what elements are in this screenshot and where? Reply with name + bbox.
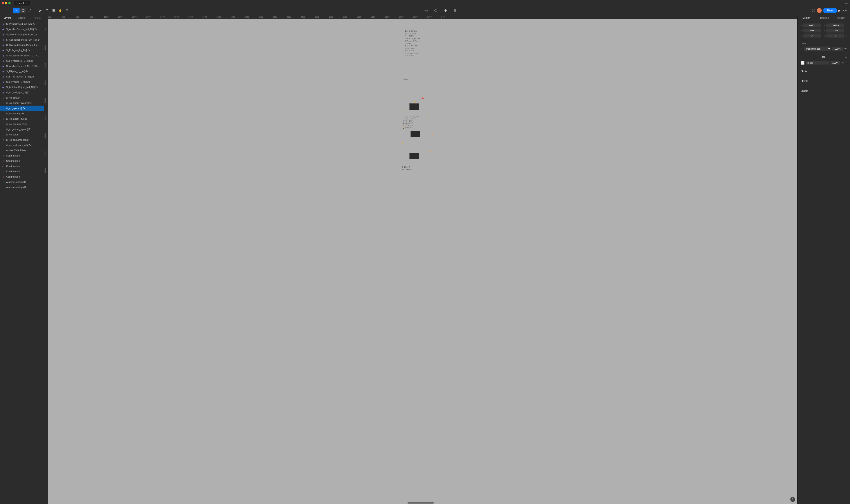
layer-item[interactable]: □windows-dialog-02 xyxy=(0,185,44,190)
rotation-input[interactable] xyxy=(803,34,821,38)
layer-item[interactable]: □Adobe SVG Filters xyxy=(0,148,44,153)
layer-item[interactable]: ◈Cur_PreciseNo_9_9@2x xyxy=(0,58,44,64)
toolbar-center xyxy=(71,8,810,13)
layer-item[interactable]: □al_cc_about xyxy=(0,132,44,137)
pen-tool-button[interactable] xyxy=(37,8,43,13)
tab-design[interactable]: Design xyxy=(798,15,815,21)
opacity-input[interactable] xyxy=(832,47,843,51)
text-tool-button[interactable]: T xyxy=(44,8,50,13)
tab-prototype[interactable]: Prototype xyxy=(815,15,833,21)
fill-color-swatch[interactable] xyxy=(801,61,804,65)
fill-add-button[interactable]: + xyxy=(845,56,847,59)
layer-item[interactable]: □al_cc_splash@3to2x xyxy=(0,137,44,142)
ruler-toggle-button[interactable] xyxy=(423,8,429,13)
stroke-title: Stroke xyxy=(801,70,808,72)
layer-item[interactable]: ◈S_Polygon_Lg_N@2x xyxy=(0,48,44,53)
minimize-button[interactable] xyxy=(5,2,7,4)
visibility-toggle[interactable]: 👁 xyxy=(844,47,847,50)
layer-item[interactable]: ◇Confirmation xyxy=(0,158,44,164)
hand-tool-button[interactable]: ✋ xyxy=(57,8,63,13)
ruler-tick: 2000 xyxy=(245,16,249,18)
h-label: H xyxy=(824,30,826,32)
layer-item[interactable]: ◈S_IsolationObject_Md_N@2x xyxy=(0,85,44,90)
component-library-button[interactable] xyxy=(433,8,439,13)
layer-item[interactable]: ◈Cur_Precise_9_9@2x xyxy=(0,79,44,85)
component-tool-button[interactable] xyxy=(51,8,57,13)
clip-button[interactable] xyxy=(452,8,458,13)
fill-visibility[interactable]: 👁 xyxy=(842,61,844,64)
layer-item[interactable]: □al_cc_about_tryout xyxy=(0,116,44,121)
stroke-section-header: Stroke + xyxy=(801,69,847,73)
ruler-vtick: 20500 xyxy=(44,133,46,138)
layer-type-icon: ◈ xyxy=(2,49,5,52)
layer-item[interactable]: ◈S_PNbackward_Xs_N@2x xyxy=(0,21,44,26)
layer-item[interactable]: □al_cc_about_tryout@2x xyxy=(0,100,44,106)
ruler-tick: 1000 xyxy=(104,16,108,18)
canvas-content[interactable]: ☰ ↺ ⊕ ⊞ AB... 246 ≈ h ∑ ⊡ a M ↔ ⊠ ⊞ ◯ ⊡ … xyxy=(48,19,797,504)
maximize-button[interactable] xyxy=(8,2,11,4)
home-button[interactable]: ⌂ xyxy=(3,8,9,13)
effects-add-button[interactable]: + xyxy=(845,79,847,83)
expand-button[interactable]: ⤢ xyxy=(845,34,847,37)
fill-drag-handle[interactable]: ⠿ xyxy=(801,56,802,59)
toolbar: ⌂ T ✋ xyxy=(0,6,850,15)
layer-item[interactable]: ◈S_Ellipse_Lg_N@2x xyxy=(0,69,44,74)
help-button[interactable]: ? xyxy=(790,497,795,502)
layer-item[interactable]: □al_cc_splash xyxy=(0,95,44,100)
share-button[interactable]: Share xyxy=(824,8,837,13)
layer-type-icon: ◈ xyxy=(2,28,5,31)
comment-tool-button[interactable] xyxy=(64,8,70,13)
scale-tool-button[interactable] xyxy=(26,8,33,13)
layer-item[interactable]: ◈S_AnchorConnect_Md_N@2x xyxy=(0,64,44,69)
layer-item[interactable]: ◈S_StackedColumnGraph_Lg_N@2x xyxy=(0,42,44,48)
canvas-area[interactable]: 6007008009001000110012001300140015001600… xyxy=(44,15,797,504)
layer-item[interactable]: □al_cc_about@3to2x xyxy=(0,121,44,127)
layer-item[interactable]: □al_cc_splash@2x xyxy=(0,106,44,111)
tool-group-draw: T ✋ xyxy=(37,8,70,13)
layer-item[interactable]: □windows-dialog-04 xyxy=(0,179,44,185)
ruler-vtick: 19700 xyxy=(44,63,46,68)
tab-inspect[interactable]: Inspect xyxy=(832,15,850,21)
y-input[interactable] xyxy=(826,23,844,28)
fill-opacity-input[interactable] xyxy=(830,61,840,65)
tab-assets[interactable]: Assets xyxy=(15,15,29,21)
export-add-button[interactable]: + xyxy=(845,89,847,93)
ruler-tick: 2700 xyxy=(343,16,347,18)
move-tool-button[interactable] xyxy=(13,8,20,13)
new-tab-button[interactable]: + xyxy=(30,1,34,5)
layer-item[interactable]: □al_cc_about@2x xyxy=(0,111,44,116)
layer-item[interactable]: □al_cc_about_tryout@2x xyxy=(0,127,44,132)
frame-tool-button[interactable] xyxy=(20,8,26,13)
play-button[interactable]: ▶ xyxy=(838,9,841,12)
layer-item[interactable]: ◇Confirmation xyxy=(0,164,44,169)
layer-item[interactable]: ◈S_AnchorCorner_Md_N@2x xyxy=(0,26,44,32)
tab-close-icon[interactable]: × xyxy=(26,2,28,4)
layer-item[interactable]: ◇Confirmation xyxy=(0,169,44,174)
ruler-tick: 2600 xyxy=(329,16,333,18)
contrast-button[interactable] xyxy=(442,8,449,13)
active-tab[interactable]: Example × xyxy=(14,1,30,5)
x-input[interactable] xyxy=(803,23,820,28)
blend-mode-select[interactable]: Pass through xyxy=(804,47,831,51)
layer-item[interactable]: ◇Confirmation xyxy=(0,153,44,158)
layer-item[interactable]: ◈al_cc_owl_light_ui@2x xyxy=(0,90,44,95)
layer-item[interactable]: ◈Cur_TabTopVert_1_4@2x xyxy=(0,74,44,79)
close-button[interactable] xyxy=(2,2,4,4)
stroke-add-button[interactable]: + xyxy=(845,69,847,73)
fill-remove-button[interactable]: − xyxy=(845,61,847,64)
layer-item[interactable]: ◈S_CancelJapanese_Sm_N@2x xyxy=(0,37,44,42)
fill-row: Image 👁 − xyxy=(801,61,847,65)
layer-item[interactable]: □al_cc_owl_dark_ui@2x xyxy=(0,142,44,148)
tab-layers[interactable]: Layers xyxy=(0,15,15,21)
layer-item[interactable]: ◈S_SelectClippingPath_Md_N@2x xyxy=(0,32,44,37)
layer-item[interactable]: ◇Confirmation xyxy=(0,174,44,179)
layer-item[interactable]: ◈S_GroupAnchorSelect_Lg_N@2x xyxy=(0,53,44,58)
radius-input[interactable] xyxy=(827,34,844,38)
tab-prototype[interactable]: Protot... xyxy=(29,15,44,21)
w-input[interactable] xyxy=(803,29,821,33)
layer-name-label: al_cc_splash@3to2x xyxy=(6,139,42,141)
zoom-label[interactable]: 50% xyxy=(843,9,847,12)
horizontal-scrollbar[interactable] xyxy=(408,502,434,504)
h-input[interactable] xyxy=(826,29,844,33)
titlebar-menu-icon[interactable]: ••• xyxy=(845,1,848,5)
